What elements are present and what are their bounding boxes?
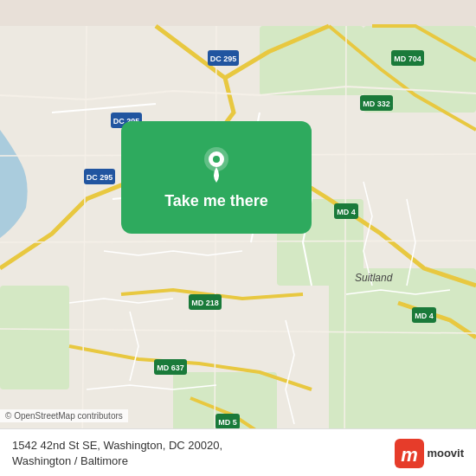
svg-text:Suitland: Suitland (355, 272, 393, 284)
svg-text:DC 295: DC 295 (87, 173, 113, 182)
svg-text:MD 637: MD 637 (157, 363, 184, 372)
svg-rect-2 (260, 26, 363, 95)
svg-text:MD 218: MD 218 (191, 299, 219, 307)
svg-text:MD 4: MD 4 (337, 208, 356, 216)
moovit-text: moovit (427, 447, 464, 460)
copyright-text: © OpenStreetMap contributors (5, 411, 123, 421)
svg-text:MD 5: MD 5 (218, 418, 237, 427)
address-line1: 1542 42nd St SE, Washington, DC 20020, (12, 438, 222, 453)
address-container: 1542 42nd St SE, Washington, DC 20020, W… (12, 438, 222, 469)
take-me-there-label: Take me there (164, 192, 268, 210)
address-line2: Washington / Baltimore (12, 453, 222, 469)
svg-text:MD 704: MD 704 (394, 55, 421, 63)
map-container: Anacostia River (0, 0, 476, 476)
location-pin-icon (201, 145, 232, 187)
svg-rect-5 (0, 286, 69, 389)
svg-point-31 (213, 156, 220, 163)
copyright-bar: © OpenStreetMap contributors (0, 409, 128, 422)
bottom-bar: 1542 42nd St SE, Washington, DC 20020, W… (0, 428, 476, 476)
moovit-logo-icon: m (395, 439, 424, 468)
take-me-there-button[interactable]: Take me there (121, 121, 312, 234)
svg-text:m: m (402, 444, 419, 466)
svg-text:MD 4: MD 4 (415, 312, 434, 320)
svg-rect-6 (329, 268, 476, 450)
map-svg: Anacostia River (0, 0, 476, 476)
moovit-logo: m moovit (395, 439, 464, 468)
svg-text:DC 295: DC 295 (210, 55, 237, 63)
svg-text:MD 332: MD 332 (363, 100, 390, 108)
